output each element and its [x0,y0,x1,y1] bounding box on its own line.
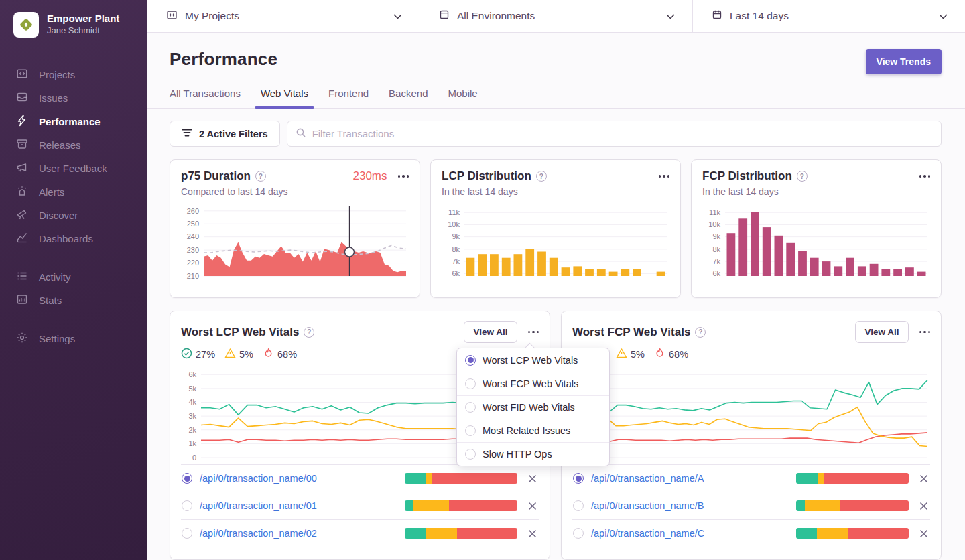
nav-divider-gap [0,312,147,327]
svg-text:11k: 11k [448,208,460,216]
chart-line-icon [16,232,28,246]
vitals-stacked-bar [405,473,517,484]
radio-button [465,449,476,460]
dropdown-item-worst-fcp[interactable]: Worst FCP Web Vitals [457,372,609,395]
sidebar-item-issues[interactable]: Issues [0,86,147,110]
sidebar-item-projects[interactable]: Projects [0,63,147,86]
overflow-menu-icon[interactable] [919,328,931,336]
page-title: Performance [170,49,277,70]
help-icon[interactable]: ? [304,327,314,338]
transaction-search[interactable] [287,121,942,147]
close-icon[interactable] [527,501,537,511]
transaction-link[interactable]: /api/0/transaction_name/02 [200,528,317,539]
dropdown-item-worst-lcp[interactable]: Worst LCP Web Vitals [457,348,609,372]
view-trends-button[interactable]: View Trends [866,49,942,74]
overflow-menu-icon[interactable] [659,172,670,180]
close-icon[interactable] [527,474,537,484]
help-icon[interactable]: ? [797,171,808,182]
transaction-link[interactable]: /api/0/transaction_name/01 [200,500,317,511]
radio-button[interactable] [182,473,192,484]
sidebar-item-user-feedback[interactable]: User Feedback [0,157,147,180]
svg-text:9k: 9k [712,232,720,240]
overflow-menu-icon[interactable] [528,328,539,336]
dropdown-item-slow-http-ops[interactable]: Slow HTTP Ops [457,442,609,466]
svg-text:240: 240 [187,232,199,240]
date-range-selector[interactable]: Last 14 days [692,0,965,32]
card-title: LCP Distribution [442,169,531,183]
dropdown-item-worst-fid[interactable]: Worst FID Web Vitals [457,395,609,419]
sidebar-item-discover[interactable]: Discover [0,204,147,227]
sidebar-item-stats[interactable]: Stats [0,289,147,312]
radio-button[interactable] [182,528,192,539]
tab-mobile[interactable]: Mobile [448,88,477,108]
view-all-button[interactable]: View All [464,321,517,343]
overflow-menu-icon[interactable] [919,172,931,180]
project-selector[interactable]: My Projects [147,0,420,32]
chevron-down-icon [393,10,402,22]
org-switcher[interactable]: Empower Plant Jane Schmidt [0,0,147,38]
sidebar-item-dashboards[interactable]: Dashboards [0,227,147,251]
transaction-link[interactable]: /api/0/transaction_name/C [591,528,704,539]
svg-text:2k: 2k [188,426,196,434]
fcp-bar-chart: 6k7k8k9k10k11k [702,202,931,281]
tab-frontend[interactable]: Frontend [328,88,369,108]
vitals-stacked-bar [796,528,909,539]
radio-button[interactable] [182,500,192,511]
vitals-stacked-bar [796,500,909,511]
help-icon[interactable]: ? [695,327,706,338]
svg-text:230: 230 [187,246,199,254]
close-icon[interactable] [527,529,537,539]
svg-text:250: 250 [187,220,199,228]
radio-button[interactable] [573,528,584,539]
dropdown-item-most-related-issues[interactable]: Most Related Issues [457,419,609,442]
tab-backend[interactable]: Backend [389,88,428,108]
page-header: Performance View Trends All Transactions… [147,33,965,109]
svg-text:210: 210 [187,272,199,280]
sidebar-item-alerts[interactable]: Alerts [0,180,147,204]
chart-type-dropdown: Worst LCP Web Vitals Worst FCP Web Vital… [456,348,610,466]
svg-text:8k: 8k [452,245,460,253]
sidebar-item-performance[interactable]: Performance [0,110,147,133]
close-icon[interactable] [919,474,929,484]
sidebar-item-activity[interactable]: Activity [0,265,147,289]
list-icon [16,270,28,284]
search-input[interactable] [312,128,933,139]
transaction-row: /api/0/transaction_name/02 [181,519,539,547]
help-icon[interactable]: ? [255,171,266,182]
close-icon[interactable] [919,501,929,511]
tab-web-vitals[interactable]: Web Vitals [261,88,308,108]
megaphone-icon [16,161,28,176]
help-icon[interactable]: ? [536,171,547,182]
overflow-menu-icon[interactable] [398,172,409,180]
worst-fcp-line-chart: 01k2k3k4k5k6k [572,364,931,463]
radio-button[interactable] [573,500,584,511]
close-icon[interactable] [919,529,929,539]
siren-icon [16,185,28,199]
view-all-button[interactable]: View All [855,321,908,343]
radio-button [465,425,476,436]
vitals-stacked-bar [796,473,909,484]
main-area: My Projects All Environments Last 14 day… [147,0,965,560]
card-title: Worst FCP Web Vitals [572,326,690,339]
sidebar-item-settings[interactable]: Settings [0,327,147,350]
warning-triangle-icon [616,348,627,361]
vitals-stacked-bar [405,500,517,511]
transaction-row: /api/0/transaction_name/01 [181,492,539,519]
transaction-row: /api/0/transaction_name/00 [181,464,539,492]
active-filters-button[interactable]: 2 Active Filters [170,121,280,147]
chevron-down-icon [939,10,948,22]
tab-all-transactions[interactable]: All Transactions [170,88,241,108]
transaction-link[interactable]: /api/0/transaction_name/00 [200,473,317,484]
sidebar-item-releases[interactable]: Releases [0,133,147,157]
card-subtitle: Compared to last 14 days [181,186,409,197]
svg-text:10k: 10k [708,220,720,228]
environment-selector[interactable]: All Environments [420,0,692,32]
radio-button [465,402,476,413]
transaction-link[interactable]: /api/0/transaction_name/B [591,500,704,511]
radio-button[interactable] [573,473,584,484]
svg-text:6k: 6k [452,269,460,277]
card-subtitle: In the last 14 days [442,186,669,197]
gear-icon [16,332,28,346]
transaction-link[interactable]: /api/0/transaction_name/A [591,473,704,484]
projects-icon [16,68,28,82]
